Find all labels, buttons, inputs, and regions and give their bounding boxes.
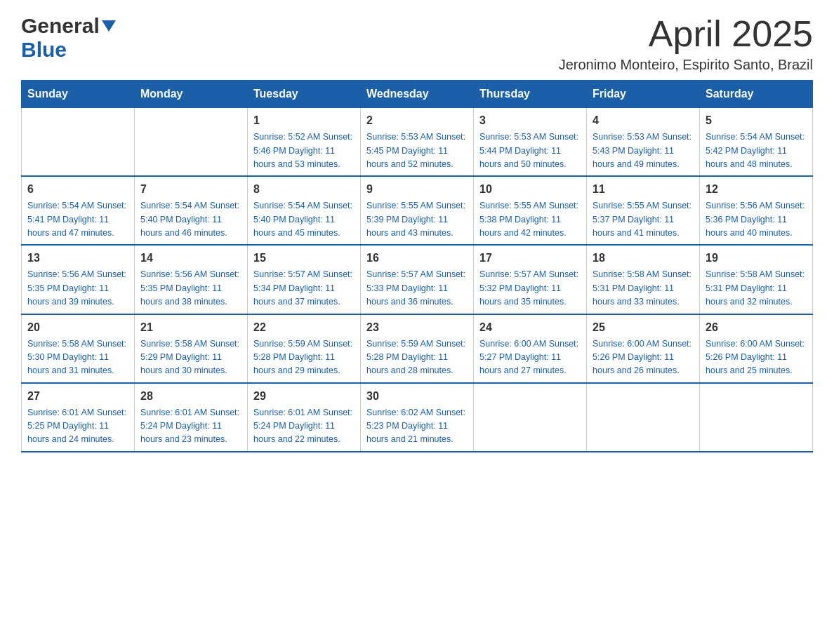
- calendar-day-cell: [22, 108, 135, 177]
- day-number: 7: [140, 181, 241, 198]
- logo-blue-text: Blue: [21, 38, 67, 62]
- logo-arrow-icon: [102, 20, 116, 32]
- calendar-header-wednesday: Wednesday: [361, 81, 474, 108]
- calendar-day-cell: 2Sunrise: 5:53 AM Sunset: 5:45 PM Daylig…: [361, 108, 474, 177]
- day-info: Sunrise: 5:58 AM Sunset: 5:31 PM Dayligh…: [706, 268, 807, 309]
- calendar-day-cell: 10Sunrise: 5:55 AM Sunset: 5:38 PM Dayli…: [474, 176, 587, 245]
- calendar-day-cell: 25Sunrise: 6:00 AM Sunset: 5:26 PM Dayli…: [587, 314, 700, 383]
- day-number: 21: [140, 319, 241, 336]
- calendar-week-row: 27Sunrise: 6:01 AM Sunset: 5:25 PM Dayli…: [22, 383, 813, 452]
- calendar-day-cell: 30Sunrise: 6:02 AM Sunset: 5:23 PM Dayli…: [361, 383, 474, 452]
- day-info: Sunrise: 6:02 AM Sunset: 5:23 PM Dayligh…: [366, 406, 468, 447]
- day-number: 24: [479, 319, 581, 336]
- day-info: Sunrise: 5:57 AM Sunset: 5:33 PM Dayligh…: [366, 268, 468, 309]
- day-number: 18: [593, 250, 694, 267]
- calendar-day-cell: 18Sunrise: 5:58 AM Sunset: 5:31 PM Dayli…: [587, 245, 700, 314]
- calendar-header-row: SundayMondayTuesdayWednesdayThursdayFrid…: [22, 81, 813, 108]
- day-info: Sunrise: 5:55 AM Sunset: 5:38 PM Dayligh…: [479, 199, 581, 240]
- title-block: April 2025 Jeronimo Monteiro, Espirito S…: [559, 14, 813, 73]
- calendar-day-cell: 14Sunrise: 5:56 AM Sunset: 5:35 PM Dayli…: [135, 245, 248, 314]
- day-info: Sunrise: 6:01 AM Sunset: 5:24 PM Dayligh…: [253, 406, 355, 447]
- calendar-week-row: 1Sunrise: 5:52 AM Sunset: 5:46 PM Daylig…: [22, 108, 813, 177]
- day-number: 27: [27, 388, 128, 405]
- day-number: 19: [706, 250, 807, 267]
- calendar-day-cell: 23Sunrise: 5:59 AM Sunset: 5:28 PM Dayli…: [361, 314, 474, 383]
- day-number: 30: [366, 388, 468, 405]
- calendar-week-row: 6Sunrise: 5:54 AM Sunset: 5:41 PM Daylig…: [22, 176, 813, 245]
- calendar-day-cell: 9Sunrise: 5:55 AM Sunset: 5:39 PM Daylig…: [361, 176, 474, 245]
- day-info: Sunrise: 5:52 AM Sunset: 5:46 PM Dayligh…: [253, 130, 355, 171]
- logo: General Blue: [21, 14, 116, 62]
- calendar-day-cell: 29Sunrise: 6:01 AM Sunset: 5:24 PM Dayli…: [248, 383, 361, 452]
- day-number: 13: [27, 250, 128, 267]
- day-info: Sunrise: 5:59 AM Sunset: 5:28 PM Dayligh…: [366, 337, 468, 378]
- calendar-day-cell: 24Sunrise: 6:00 AM Sunset: 5:27 PM Dayli…: [474, 314, 587, 383]
- day-number: 25: [593, 319, 694, 336]
- calendar-header-friday: Friday: [587, 81, 700, 108]
- day-info: Sunrise: 5:53 AM Sunset: 5:44 PM Dayligh…: [479, 130, 581, 171]
- calendar-day-cell: [587, 383, 700, 452]
- calendar-day-cell: 22Sunrise: 5:59 AM Sunset: 5:28 PM Dayli…: [248, 314, 361, 383]
- calendar-day-cell: 26Sunrise: 6:00 AM Sunset: 5:26 PM Dayli…: [700, 314, 813, 383]
- day-info: Sunrise: 5:53 AM Sunset: 5:45 PM Dayligh…: [366, 130, 468, 171]
- day-info: Sunrise: 5:58 AM Sunset: 5:31 PM Dayligh…: [593, 268, 694, 309]
- day-info: Sunrise: 5:56 AM Sunset: 5:36 PM Dayligh…: [706, 199, 807, 240]
- day-info: Sunrise: 6:00 AM Sunset: 5:27 PM Dayligh…: [479, 337, 581, 378]
- day-info: Sunrise: 5:54 AM Sunset: 5:41 PM Dayligh…: [27, 199, 128, 240]
- day-info: Sunrise: 6:00 AM Sunset: 5:26 PM Dayligh…: [593, 337, 694, 378]
- day-number: 22: [253, 319, 355, 336]
- day-number: 29: [253, 388, 355, 405]
- day-number: 5: [706, 112, 807, 129]
- day-number: 17: [479, 250, 581, 267]
- calendar-day-cell: 15Sunrise: 5:57 AM Sunset: 5:34 PM Dayli…: [248, 245, 361, 314]
- calendar-day-cell: 13Sunrise: 5:56 AM Sunset: 5:35 PM Dayli…: [22, 245, 135, 314]
- day-info: Sunrise: 5:53 AM Sunset: 5:43 PM Dayligh…: [593, 130, 694, 171]
- calendar-day-cell: 7Sunrise: 5:54 AM Sunset: 5:40 PM Daylig…: [135, 176, 248, 245]
- day-info: Sunrise: 5:58 AM Sunset: 5:30 PM Dayligh…: [27, 337, 128, 378]
- day-info: Sunrise: 5:54 AM Sunset: 5:40 PM Dayligh…: [140, 199, 241, 240]
- calendar-day-cell: 4Sunrise: 5:53 AM Sunset: 5:43 PM Daylig…: [587, 108, 700, 177]
- day-info: Sunrise: 5:55 AM Sunset: 5:39 PM Dayligh…: [366, 199, 468, 240]
- calendar-day-cell: 6Sunrise: 5:54 AM Sunset: 5:41 PM Daylig…: [22, 176, 135, 245]
- day-info: Sunrise: 5:56 AM Sunset: 5:35 PM Dayligh…: [27, 268, 128, 309]
- day-number: 8: [253, 181, 355, 198]
- day-info: Sunrise: 6:01 AM Sunset: 5:24 PM Dayligh…: [140, 406, 241, 447]
- calendar-day-cell: [135, 108, 248, 177]
- calendar-day-cell: 16Sunrise: 5:57 AM Sunset: 5:33 PM Dayli…: [361, 245, 474, 314]
- calendar-day-cell: 20Sunrise: 5:58 AM Sunset: 5:30 PM Dayli…: [22, 314, 135, 383]
- day-number: 14: [140, 250, 241, 267]
- day-info: Sunrise: 5:54 AM Sunset: 5:40 PM Dayligh…: [253, 199, 355, 240]
- calendar-day-cell: 8Sunrise: 5:54 AM Sunset: 5:40 PM Daylig…: [248, 176, 361, 245]
- calendar-header-saturday: Saturday: [700, 81, 813, 108]
- day-info: Sunrise: 5:57 AM Sunset: 5:32 PM Dayligh…: [479, 268, 581, 309]
- calendar-day-cell: 21Sunrise: 5:58 AM Sunset: 5:29 PM Dayli…: [135, 314, 248, 383]
- calendar-header-tuesday: Tuesday: [248, 81, 361, 108]
- calendar-day-cell: 12Sunrise: 5:56 AM Sunset: 5:36 PM Dayli…: [700, 176, 813, 245]
- day-info: Sunrise: 5:58 AM Sunset: 5:29 PM Dayligh…: [140, 337, 241, 378]
- calendar-day-cell: 17Sunrise: 5:57 AM Sunset: 5:32 PM Dayli…: [474, 245, 587, 314]
- calendar-table: SundayMondayTuesdayWednesdayThursdayFrid…: [21, 80, 813, 452]
- calendar-day-cell: 19Sunrise: 5:58 AM Sunset: 5:31 PM Dayli…: [700, 245, 813, 314]
- day-info: Sunrise: 6:01 AM Sunset: 5:25 PM Dayligh…: [27, 406, 128, 447]
- calendar-week-row: 13Sunrise: 5:56 AM Sunset: 5:35 PM Dayli…: [22, 245, 813, 314]
- calendar-header-sunday: Sunday: [22, 81, 135, 108]
- day-info: Sunrise: 5:54 AM Sunset: 5:42 PM Dayligh…: [706, 130, 807, 171]
- calendar-day-cell: 3Sunrise: 5:53 AM Sunset: 5:44 PM Daylig…: [474, 108, 587, 177]
- day-number: 28: [140, 388, 241, 405]
- calendar-day-cell: [700, 383, 813, 452]
- day-info: Sunrise: 6:00 AM Sunset: 5:26 PM Dayligh…: [706, 337, 807, 378]
- location-subtitle: Jeronimo Monteiro, Espirito Santo, Brazi…: [559, 57, 813, 73]
- day-info: Sunrise: 5:57 AM Sunset: 5:34 PM Dayligh…: [253, 268, 355, 309]
- logo-general-text: General: [21, 14, 100, 38]
- day-number: 15: [253, 250, 355, 267]
- calendar-day-cell: 28Sunrise: 6:01 AM Sunset: 5:24 PM Dayli…: [135, 383, 248, 452]
- day-number: 10: [479, 181, 581, 198]
- day-number: 23: [366, 319, 468, 336]
- day-number: 9: [366, 181, 468, 198]
- day-info: Sunrise: 5:55 AM Sunset: 5:37 PM Dayligh…: [593, 199, 694, 240]
- calendar-header-monday: Monday: [135, 81, 248, 108]
- day-number: 12: [706, 181, 807, 198]
- day-number: 1: [253, 112, 355, 129]
- day-number: 20: [27, 319, 128, 336]
- day-number: 16: [366, 250, 468, 267]
